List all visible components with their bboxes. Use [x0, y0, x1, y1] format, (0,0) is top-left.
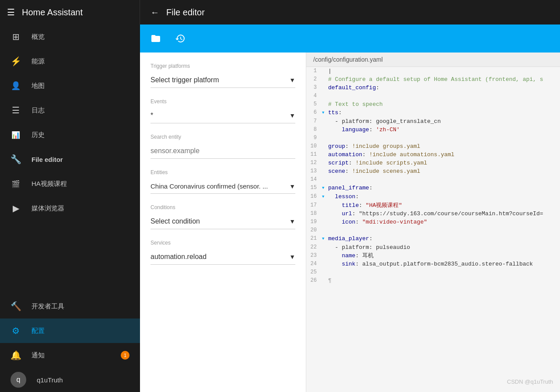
events-arrow: ▼ — [289, 112, 295, 119]
code-line: 21▼media_player: — [306, 234, 560, 243]
code-panel: /config/configuration.yaml 1|2# Configur… — [306, 52, 560, 392]
filepath: /config/configuration.yaml — [313, 56, 383, 63]
ha-video-icon: 🎬 — [10, 180, 21, 188]
services-value: automation.reload — [150, 253, 206, 261]
log-icon: ☰ — [10, 105, 21, 116]
code-line: 18 url: "https://study.163.com/course/co… — [306, 210, 560, 218]
avatar: q — [10, 372, 26, 388]
code-line: 19 icon: "mdi:video-vintage" — [306, 218, 560, 226]
map-icon: 👤 — [10, 81, 21, 91]
sidebar-label-overview: 概览 — [32, 33, 130, 41]
services-select[interactable]: automation.reload ▼ — [150, 249, 295, 265]
code-line: 15▼panel_iframe: — [306, 184, 560, 192]
trigger-platform-arrow: ▼ — [289, 77, 295, 84]
sidebar-item-dev-tools[interactable]: 🔨 开发者工具 — [0, 294, 140, 318]
sidebar-item-ha-video[interactable]: 🎬 HA视频课程 — [0, 172, 140, 196]
events-label: Events — [150, 98, 295, 105]
sidebar-label-history: 历史 — [32, 131, 130, 139]
code-line: 24 sink: alsa_output.platform-bcm2835_au… — [306, 260, 560, 268]
code-line: 17 title: "HA视频课程" — [306, 201, 560, 210]
code-line: 9 — [306, 134, 560, 142]
services-label: Services — [150, 240, 295, 246]
sidebar-item-config[interactable]: ⚙ 配置 — [0, 318, 140, 343]
code-line: 2# Configure a default setup of Home Ass… — [306, 75, 560, 84]
search-entity-input[interactable] — [150, 144, 295, 159]
sidebar-item-map[interactable]: 👤 地图 — [0, 74, 140, 98]
trigger-platforms-label: Trigger platforms — [150, 63, 295, 69]
overview-icon: ⊞ — [10, 32, 21, 42]
entities-value: China Coronavirus confirmed (sensor. ... — [150, 182, 268, 190]
app-title: Home Assistant — [22, 7, 83, 18]
notification-badge: 1 — [121, 351, 130, 360]
hamburger-icon[interactable]: ☰ — [7, 7, 15, 18]
code-line: 26¶ — [306, 276, 560, 285]
events-select[interactable]: * ▼ — [150, 108, 295, 123]
sidebar-item-energy[interactable]: ⚡ 能源 — [0, 49, 140, 74]
bell-icon: 🔔 — [10, 350, 21, 360]
history-icon: 📊 — [10, 131, 21, 139]
username-label: q1uTruth — [37, 376, 130, 384]
page-title: File editor — [166, 7, 205, 18]
energy-icon: ⚡ — [10, 56, 21, 66]
code-line: 25 — [306, 268, 560, 276]
file-editor-icon: 🔧 — [10, 154, 21, 164]
conditions-arrow: ▼ — [289, 218, 295, 225]
sidebar-item-notifications[interactable]: 🔔 通知 1 — [0, 343, 140, 368]
trigger-platform-value: Select trigger platform — [150, 76, 219, 84]
media-icon: ▶ — [10, 203, 21, 214]
search-entity-label: Search entity — [150, 134, 295, 140]
sidebar-item-overview[interactable]: ⊞ 概览 — [0, 24, 140, 49]
folder-button[interactable] — [147, 30, 164, 47]
code-line: 3default_config: — [306, 84, 560, 92]
code-line: 7 - platform: google_translate_cn — [306, 117, 560, 126]
dev-tools-icon: 🔨 — [10, 301, 21, 312]
sidebar-item-media-browser[interactable]: ▶ 媒体浏览器 — [0, 196, 140, 220]
sidebar-label-ha-video: HA视频课程 — [32, 180, 130, 188]
code-line: 5# Text to speech — [306, 100, 560, 108]
code-line: 14 — [306, 175, 560, 184]
sidebar: ⊞ 概览 ⚡ 能源 👤 地图 ☰ 日志 📊 历史 🔧 File editor 🎬… — [0, 24, 140, 392]
services-arrow: ▼ — [289, 253, 295, 260]
conditions-value: Select condition — [150, 217, 200, 225]
conditions-select[interactable]: Select condition ▼ — [150, 214, 295, 229]
sidebar-label-config: 配置 — [32, 327, 130, 335]
config-icon: ⚙ — [10, 326, 21, 336]
code-line: 20 — [306, 226, 560, 234]
sidebar-label-dev-tools: 开发者工具 — [32, 302, 130, 311]
code-line: 8 language: 'zh-CN' — [306, 126, 560, 134]
sidebar-label-energy: 能源 — [32, 57, 130, 66]
form-panel: Trigger platforms Select trigger platfor… — [140, 52, 306, 392]
sidebar-item-history[interactable]: 📊 历史 — [0, 122, 140, 147]
back-icon[interactable]: ← — [150, 7, 159, 18]
history-button[interactable] — [172, 30, 189, 47]
code-line: 1| — [306, 67, 560, 75]
entities-label: Entities — [150, 169, 295, 175]
code-line: 12script: !include scripts.yaml — [306, 159, 560, 167]
trigger-platform-select[interactable]: Select trigger platform ▼ — [150, 73, 295, 88]
conditions-label: Conditions — [150, 204, 295, 210]
toolbar — [140, 24, 560, 52]
code-line: 6▼tts: — [306, 108, 560, 117]
watermark: CSDN @q1uTruth — [507, 378, 553, 385]
sidebar-item-log[interactable]: ☰ 日志 — [0, 98, 140, 122]
sidebar-label-file-editor: File editor — [32, 156, 130, 163]
events-value: * — [150, 112, 153, 119]
code-line: 10group: !include groups.yaml — [306, 142, 560, 150]
code-line: 4 — [306, 92, 560, 100]
content-area: Trigger platforms Select trigger platfor… — [140, 24, 560, 392]
entities-arrow: ▼ — [289, 183, 295, 190]
code-line: 11automation: !include automations.yaml — [306, 150, 560, 159]
code-body[interactable]: 1|2# Configure a default setup of Home A… — [306, 67, 560, 392]
code-line: 13scene: !include scenes.yaml — [306, 167, 560, 175]
sidebar-label-map: 地图 — [32, 82, 130, 90]
code-line: 23 name: 耳机 — [306, 252, 560, 260]
sidebar-label-media-browser: 媒体浏览器 — [32, 204, 130, 213]
code-header: /config/configuration.yaml — [306, 52, 560, 67]
sidebar-item-user[interactable]: q q1uTruth — [0, 368, 140, 392]
entities-select[interactable]: China Coronavirus confirmed (sensor. ...… — [150, 179, 295, 194]
split-pane: Trigger platforms Select trigger platfor… — [140, 52, 560, 392]
sidebar-label-log: 日志 — [32, 106, 130, 115]
sidebar-label-notifications: 通知 — [32, 351, 110, 360]
code-line: 16▼ lesson: — [306, 192, 560, 201]
sidebar-item-file-editor[interactable]: 🔧 File editor — [0, 147, 140, 172]
